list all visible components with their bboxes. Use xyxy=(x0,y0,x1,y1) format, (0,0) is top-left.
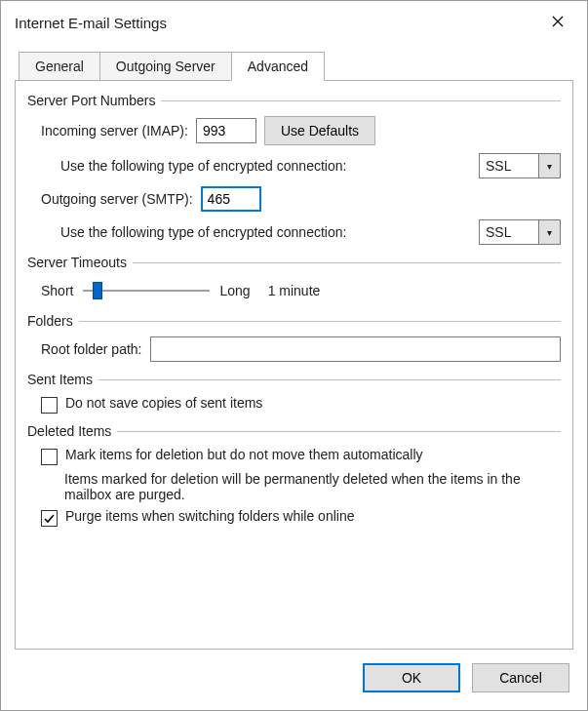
smtp-encryption-select[interactable]: SSL ▾ xyxy=(479,219,561,245)
group-deleted-items: Deleted Items Mark items for deletion bu… xyxy=(27,423,561,527)
email-settings-dialog: Internet E-mail Settings General Outgoin… xyxy=(0,0,588,711)
label-do-not-save-sent: Do not save copies of sent items xyxy=(65,395,262,411)
divider xyxy=(117,431,561,432)
use-defaults-button[interactable]: Use Defaults xyxy=(264,116,375,145)
imap-port-input[interactable] xyxy=(196,118,256,143)
window-title: Internet E-mail Settings xyxy=(15,15,167,31)
checkbox-do-not-save-sent[interactable] xyxy=(41,397,58,414)
tab-advanced[interactable]: Advanced xyxy=(231,52,325,81)
group-title-folders: Folders xyxy=(27,313,73,329)
divider xyxy=(161,100,561,101)
timeout-value: 1 minute xyxy=(268,283,321,298)
tab-general[interactable]: General xyxy=(19,52,100,81)
group-server-port-numbers: Server Port Numbers Incoming server (IMA… xyxy=(27,93,561,245)
checkbox-purge-on-switch[interactable] xyxy=(41,510,58,527)
label-imap-encryption: Use the following type of encrypted conn… xyxy=(60,158,346,174)
divider xyxy=(79,321,561,322)
slider-thumb[interactable] xyxy=(93,282,102,299)
label-smtp-encryption: Use the following type of encrypted conn… xyxy=(60,224,346,240)
check-icon xyxy=(43,512,56,525)
root-folder-input[interactable] xyxy=(150,336,561,362)
help-mark-for-deletion: Items marked for deletion will be perman… xyxy=(64,471,561,502)
checkbox-mark-for-deletion[interactable] xyxy=(41,449,58,465)
close-button[interactable] xyxy=(540,9,575,36)
group-sent-items: Sent Items Do not save copies of sent it… xyxy=(27,372,561,414)
close-icon xyxy=(552,14,564,31)
imap-encryption-value: SSL xyxy=(480,158,538,174)
ok-button[interactable]: OK xyxy=(363,663,460,692)
chevron-down-icon: ▾ xyxy=(538,220,560,244)
label-long: Long xyxy=(219,283,250,298)
label-purge-on-switch: Purge items when switching folders while… xyxy=(65,508,354,524)
group-title-server-timeouts: Server Timeouts xyxy=(27,255,127,270)
titlebar: Internet E-mail Settings xyxy=(1,1,587,52)
group-title-deleted-items: Deleted Items xyxy=(27,423,111,439)
tabstrip: General Outgoing Server Advanced xyxy=(1,52,587,81)
dialog-footer: OK Cancel xyxy=(1,650,587,710)
label-incoming-imap: Incoming server (IMAP): xyxy=(41,123,188,138)
smtp-encryption-value: SSL xyxy=(480,224,538,240)
group-server-timeouts: Server Timeouts Short Long 1 minute xyxy=(27,255,561,303)
smtp-port-input[interactable] xyxy=(201,186,261,212)
label-root-folder: Root folder path: xyxy=(41,341,142,357)
tab-outgoing-server[interactable]: Outgoing Server xyxy=(99,52,232,81)
group-title-sent-items: Sent Items xyxy=(27,372,93,387)
label-outgoing-smtp: Outgoing server (SMTP): xyxy=(41,191,193,207)
imap-encryption-select[interactable]: SSL ▾ xyxy=(479,153,561,178)
tab-panel-advanced: Server Port Numbers Incoming server (IMA… xyxy=(15,80,573,650)
label-mark-for-deletion: Mark items for deletion but do not move … xyxy=(65,447,423,462)
divider xyxy=(133,262,561,263)
timeout-slider[interactable] xyxy=(83,278,210,303)
group-title-server-ports: Server Port Numbers xyxy=(27,93,155,108)
group-folders: Folders Root folder path: xyxy=(27,313,561,362)
label-short: Short xyxy=(41,283,73,298)
divider xyxy=(98,379,561,380)
chevron-down-icon: ▾ xyxy=(538,154,560,178)
cancel-button[interactable]: Cancel xyxy=(472,663,569,692)
